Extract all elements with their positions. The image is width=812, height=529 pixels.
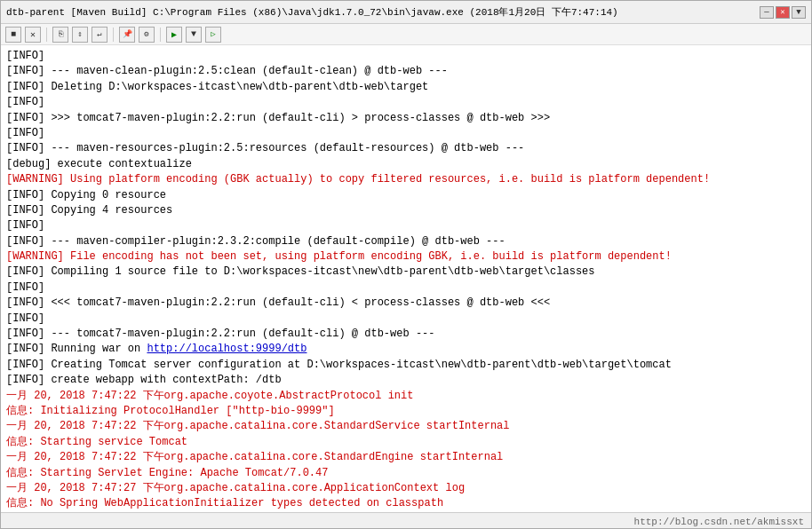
console-output: [INFO][INFO] --- maven-clean-plugin:2.5:…: [1, 45, 811, 512]
close-button[interactable]: ✕: [776, 6, 790, 19]
console-line: [INFO] Running war on http://localhost:9…: [6, 342, 806, 357]
pin-button[interactable]: 📌: [119, 27, 135, 43]
console-line: [INFO]: [6, 312, 806, 327]
console-line: 一月 20, 2018 7:47:27 下午org.apache.catalin…: [6, 481, 806, 496]
console-line: [WARNING] Using platform encoding (GBK a…: [6, 172, 806, 187]
scroll-lock-button[interactable]: ⇕: [72, 27, 88, 43]
run-button[interactable]: ▶: [166, 27, 182, 43]
console-line: [INFO]: [6, 126, 806, 141]
console-line: [INFO] --- maven-resources-plugin:2.5:re…: [6, 141, 806, 156]
console-line: 信息: Starting service Tomcat: [6, 435, 806, 450]
console-line: [WARNING] File encoding has not been set…: [6, 249, 806, 264]
console-line: [debug] execute contextualize: [6, 157, 806, 172]
menu-button[interactable]: ▼: [792, 6, 806, 19]
console-line: [INFO] >>> tomcat7-maven-plugin:2.2:run …: [6, 111, 806, 126]
console-link[interactable]: http://localhost:9999/dtb: [147, 343, 306, 355]
console-line: [INFO] <<< tomcat7-maven-plugin:2.2:run …: [6, 296, 806, 311]
close-console-button[interactable]: ✕: [25, 27, 41, 43]
console-line: 信息: Starting Servlet Engine: Apache Tomc…: [6, 466, 806, 481]
word-wrap-button[interactable]: ↵: [92, 27, 107, 43]
console-line: [INFO] Compiling 1 source file to D:\wor…: [6, 264, 806, 280]
status-bar: http://blog.csdn.net/akmissxt: [1, 512, 811, 529]
toolbar-separator-1: [46, 28, 47, 42]
stop-button[interactable]: ■: [5, 27, 21, 43]
toolbar: ■ ✕ ⎘ ⇕ ↵ 📌 ⚙ ▶ ▼ ▷: [1, 24, 811, 45]
copy-button[interactable]: ⎘: [52, 27, 68, 43]
console-line: 一月 20, 2018 7:47:22 下午org.apache.catalin…: [6, 419, 806, 434]
console-line: [INFO] --- maven-clean-plugin:2.5:clean …: [6, 64, 806, 79]
debug-button[interactable]: ▷: [205, 27, 221, 43]
console-line: [INFO] --- tomcat7-maven-plugin:2.2:run …: [6, 327, 806, 342]
watermark: http://blog.csdn.net/akmissxt: [634, 517, 804, 527]
toolbar-separator-2: [113, 28, 114, 42]
console-line: 一月 20, 2018 7:47:22 下午org.apache.catalin…: [6, 450, 806, 465]
title-bar: dtb-parent [Maven Build] C:\Program File…: [1, 1, 811, 24]
toolbar-separator-3: [160, 28, 161, 42]
console-line: 信息: Initializing ProtocolHandler ["http-…: [6, 404, 806, 419]
console-line: [INFO] Deleting D:\workspaces-itcast\new…: [6, 80, 806, 95]
window-controls[interactable]: ─ ✕ ▼: [760, 6, 806, 19]
console-line: [INFO]: [6, 95, 806, 110]
window-title: dtb-parent [Maven Build] C:\Program File…: [6, 5, 618, 19]
console-line: [INFO]: [6, 280, 806, 296]
console-line: [INFO] --- maven-compiler-plugin:2.3.2:c…: [6, 234, 806, 249]
console-line: [INFO]: [6, 49, 806, 64]
settings-button[interactable]: ⚙: [139, 27, 155, 43]
console-line: 一月 20, 2018 7:47:22 下午org.apache.coyote.…: [6, 389, 806, 404]
console-line: [INFO] Creating Tomcat server configurat…: [6, 358, 806, 373]
minimize-button[interactable]: ─: [760, 6, 774, 19]
run-dropdown[interactable]: ▼: [186, 27, 202, 43]
console-line: [INFO]: [6, 218, 806, 233]
console-line: [INFO] Copying 0 resource: [6, 188, 806, 203]
console-line: [INFO] create webapp with contextPath: /…: [6, 373, 806, 388]
console-line: 信息: No Spring WebApplicationInitializer …: [6, 496, 806, 511]
console-line: [INFO] Copying 4 resources: [6, 203, 806, 218]
